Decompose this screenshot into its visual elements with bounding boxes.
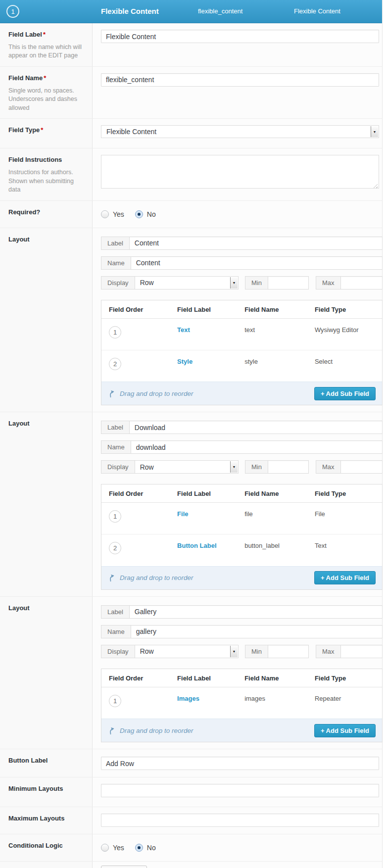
field-type-row: Field Type* Flexible Content ▼ bbox=[0, 119, 382, 148]
drag-reorder-arrow-icon bbox=[108, 389, 116, 398]
sub-field-type: Wysiwyg Editor bbox=[315, 318, 382, 350]
conditional-no-label[interactable]: No bbox=[147, 844, 156, 852]
drag-order-handle[interactable]: 1 bbox=[109, 510, 121, 523]
sub-field-edit-link[interactable]: Text bbox=[177, 326, 190, 334]
sub-field-edit-link[interactable]: File bbox=[177, 510, 188, 518]
add-sub-field-button[interactable]: + Add Sub Field bbox=[314, 387, 376, 400]
sub-field-name: text bbox=[244, 318, 315, 350]
layout-label: Layout bbox=[8, 604, 85, 613]
field-name-description: Single word, no spaces. Underscores and … bbox=[8, 87, 85, 113]
field-name-row: Field Name* Single word, no spaces. Unde… bbox=[0, 67, 382, 119]
display-select-value: Row bbox=[135, 279, 159, 287]
layout-name-input[interactable] bbox=[131, 441, 382, 453]
field-label-row: Field Label* This is the name which will… bbox=[0, 23, 382, 67]
layout-max-input[interactable] bbox=[341, 645, 382, 658]
layout-max-field: Max bbox=[316, 460, 383, 474]
drag-reorder-arrow-icon bbox=[108, 574, 116, 582]
chevron-down-icon: ▼ bbox=[230, 277, 238, 289]
layout-display-field: Display Row ▼ bbox=[101, 645, 239, 658]
sub-field-name: button_label bbox=[244, 534, 315, 566]
sub-field-row: 2 Style style Select bbox=[101, 350, 382, 382]
layout-name-field: Name bbox=[101, 256, 383, 270]
layout-label-field: Label bbox=[101, 237, 383, 250]
layout-name-input[interactable] bbox=[131, 257, 382, 269]
field-order-badge[interactable]: 1 bbox=[6, 5, 19, 18]
col-field-label: Field Label bbox=[177, 669, 244, 687]
conditional-yes-radio[interactable] bbox=[101, 844, 109, 852]
drag-hint: Drag and drop to reorder bbox=[108, 389, 193, 398]
layout-label-input[interactable] bbox=[130, 606, 382, 618]
layout-max-input[interactable] bbox=[341, 461, 382, 473]
header-field-label: Flexible Content bbox=[101, 0, 159, 23]
layout-section-3: Layout Label Name Display Row ▼ bbox=[0, 597, 382, 750]
layout-section-1: Layout Label Name Display Row ▼ bbox=[0, 228, 382, 413]
display-prefix: Display bbox=[101, 277, 135, 289]
conditional-logic-row: Conditional Logic Yes No bbox=[0, 834, 382, 862]
layout-min-input[interactable] bbox=[268, 277, 308, 289]
sub-field-edit-link[interactable]: Images bbox=[177, 695, 199, 702]
sub-fields-footer: Drag and drop to reorder + Add Sub Field bbox=[101, 566, 382, 589]
required-yes-radio[interactable] bbox=[101, 210, 109, 218]
button-label-input[interactable] bbox=[101, 757, 379, 770]
display-select[interactable]: Row ▼ bbox=[135, 645, 238, 658]
drag-reorder-arrow-icon bbox=[108, 726, 116, 735]
layout-min-input[interactable] bbox=[268, 461, 308, 473]
sub-field-edit-link[interactable]: Style bbox=[177, 358, 192, 365]
drag-order-handle[interactable]: 2 bbox=[109, 542, 121, 554]
maximum-layouts-label: Maximum Layouts bbox=[8, 815, 85, 823]
layout-max-input[interactable] bbox=[341, 277, 382, 289]
field-instructions-label: Field Instructions bbox=[8, 156, 85, 164]
layout-label-field: Label bbox=[101, 605, 383, 619]
conditional-logic-label: Conditional Logic bbox=[8, 842, 85, 850]
layout-min-input[interactable] bbox=[268, 645, 308, 658]
layout-section-2: Layout Label Name Display Row ▼ bbox=[0, 412, 382, 597]
min-prefix: Min bbox=[245, 461, 268, 473]
field-type-select-value: Flexible Content bbox=[101, 128, 161, 136]
min-prefix: Min bbox=[245, 645, 268, 658]
required-yes-label[interactable]: Yes bbox=[113, 210, 124, 218]
drag-order-handle[interactable]: 1 bbox=[109, 326, 121, 338]
drag-hint: Drag and drop to reorder bbox=[108, 726, 193, 735]
layout-max-field: Max bbox=[316, 645, 383, 658]
maximum-layouts-row: Maximum Layouts bbox=[0, 807, 382, 834]
add-sub-field-button[interactable]: + Add Sub Field bbox=[314, 724, 376, 737]
field-instructions-textarea[interactable] bbox=[101, 155, 379, 189]
display-select[interactable]: Row ▼ bbox=[135, 461, 238, 473]
add-sub-field-button[interactable]: + Add Sub Field bbox=[314, 571, 376, 584]
max-prefix: Max bbox=[316, 645, 341, 658]
sub-field-row: 2 Button Label button_label Text bbox=[101, 534, 382, 566]
maximum-layouts-input[interactable] bbox=[101, 814, 379, 827]
col-field-label: Field Label bbox=[177, 300, 244, 319]
drag-order-handle[interactable]: 1 bbox=[109, 695, 121, 707]
chevron-down-icon: ▼ bbox=[230, 461, 238, 473]
min-prefix: Min bbox=[245, 277, 268, 289]
chevron-down-icon: ▼ bbox=[371, 126, 378, 137]
required-asterisk: * bbox=[41, 126, 43, 134]
close-field-row: Close Field bbox=[0, 862, 382, 868]
conditional-no-radio[interactable] bbox=[135, 844, 143, 852]
layout-name-input[interactable] bbox=[131, 626, 382, 638]
field-header-bar[interactable]: 1 Flexible Content flexible_content Flex… bbox=[0, 0, 382, 23]
close-field-button[interactable]: Close Field bbox=[101, 866, 147, 868]
conditional-yes-label[interactable]: Yes bbox=[113, 844, 124, 852]
sub-fields-footer: Drag and drop to reorder + Add Sub Field bbox=[101, 382, 382, 405]
minimum-layouts-input[interactable] bbox=[101, 784, 379, 797]
field-label-description: This is the name which will appear on th… bbox=[8, 43, 85, 60]
layout-label: Layout bbox=[8, 420, 85, 428]
field-type-select[interactable]: Flexible Content ▼ bbox=[101, 125, 379, 138]
field-label-input[interactable] bbox=[101, 30, 379, 43]
field-name-label: Field Name* bbox=[8, 74, 85, 83]
sub-field-edit-link[interactable]: Button Label bbox=[177, 542, 216, 549]
layout-label-input[interactable] bbox=[130, 421, 382, 434]
col-field-order: Field Order bbox=[101, 669, 177, 687]
layout-label-input[interactable] bbox=[130, 237, 382, 249]
layout-name-field: Name bbox=[101, 625, 383, 638]
field-name-input[interactable] bbox=[101, 73, 379, 87]
header-field-name: flexible_content bbox=[198, 0, 242, 23]
sub-field-name: images bbox=[244, 687, 315, 719]
required-no-radio[interactable] bbox=[135, 210, 143, 218]
required-no-label[interactable]: No bbox=[147, 210, 156, 218]
display-select[interactable]: Row ▼ bbox=[135, 277, 238, 289]
sub-field-row: 1 File file File bbox=[101, 503, 382, 534]
drag-order-handle[interactable]: 2 bbox=[109, 358, 121, 370]
